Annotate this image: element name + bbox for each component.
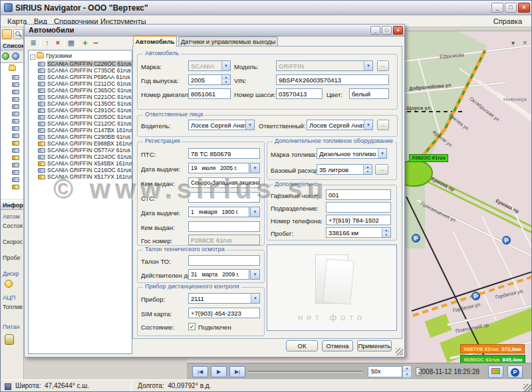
sts-issuer-field[interactable] <box>188 221 260 232</box>
menu-help[interactable]: Справка <box>491 17 525 26</box>
valid-until-picker[interactable]: 31 марта 2009 г. <box>188 269 249 280</box>
tree-item[interactable]: SCANIA GRIFFIN О577АУ 61rus <box>38 147 130 153</box>
tree-item[interactable]: SCANIA GRIFFIN Е988ВХ 161rus <box>38 140 132 147</box>
vehicle-plate-label[interactable]: Х982ОС 61rus <box>409 154 448 162</box>
speed-input[interactable]: 50x <box>368 366 402 377</box>
pts-issuer-field[interactable]: Северо-Западная акцизная т <box>188 177 260 188</box>
sts-field[interactable] <box>188 192 260 203</box>
engine-field[interactable]: 8051061 <box>188 88 231 99</box>
chevron-down-icon[interactable]: ▼ <box>250 269 260 280</box>
prev-icon[interactable]: |◀ <box>192 366 208 377</box>
playback-slider[interactable] <box>248 371 362 373</box>
model-more-button[interactable]: ... <box>377 60 389 71</box>
responsible-combo[interactable]: Лосев Сергей Анатоль▼ <box>307 120 373 130</box>
tree-item[interactable]: SCANIA GRIFFIN С147ВХ 161rus <box>38 127 132 134</box>
pts-field[interactable]: 78 ТС 850679 <box>188 148 260 159</box>
tree-item[interactable]: SCANIA GRIFFIN С135ОС 61rus <box>38 100 132 107</box>
chevron-down-icon[interactable]: ▼ <box>245 120 254 130</box>
vehicles-tree[interactable]: -Грузовики SCANIA GRIFFIN С226ОС 61rus S… <box>28 50 132 354</box>
track-label-green[interactable]: Х650ОС 61rus845,4км <box>460 355 525 363</box>
minimize-icon[interactable]: _ <box>491 3 503 13</box>
list-view-icon[interactable]: ≣ <box>29 39 38 48</box>
stepper-arrows[interactable]: ▲▼ <box>363 165 372 174</box>
parking-icon[interactable]: P <box>412 234 420 243</box>
tree-item[interactable]: SCANIA GRIFFIN С205ОС 61rus <box>38 114 132 120</box>
vin-field[interactable]: 9BSP4X26003570413 <box>276 74 389 85</box>
stepper-arrows[interactable]: ▲▼ <box>221 75 230 84</box>
resize-grip[interactable] <box>523 384 531 392</box>
tree-item[interactable]: SCANIA GRIFFIN С224ОС 61rus <box>38 153 132 160</box>
spin-up-icon[interactable]: ▲ <box>402 366 411 372</box>
tree-item[interactable]: SCANIA GRIFFIN С365ОС 61rus <box>38 87 132 94</box>
tree-item[interactable]: SCANIA GRIFFIN С290ВВ 61rus <box>38 134 130 140</box>
device-combo[interactable]: 2111▼ <box>188 293 260 304</box>
tree-item[interactable]: SCANIA GRIFFIN С291ОС 61rus <box>38 107 132 114</box>
visibility-icon[interactable] <box>12 52 19 60</box>
mileage-stepper[interactable]: 338166 км▲▼ <box>326 227 391 238</box>
connected-checkbox[interactable]: ✓ <box>188 323 196 330</box>
zoom-tool-button[interactable] <box>13 29 23 39</box>
persons-more-button[interactable]: ... <box>377 120 389 130</box>
dialog-resize-grip[interactable] <box>396 348 403 355</box>
pane-collapse-icon[interactable]: ▾ <box>511 39 515 47</box>
tree-item[interactable]: SCANIA GRIFFIN С735ОЕ 61rus <box>38 67 131 74</box>
driver-combo[interactable]: Лосев Сергей Анатоль▼ <box>188 120 255 130</box>
ticket-field[interactable] <box>188 255 260 266</box>
chevron-down-icon[interactable]: ▼ <box>364 120 372 130</box>
tree-root[interactable]: -Грузовики <box>30 52 72 59</box>
tree-item[interactable]: SCANIA GRIFFIN Р595АА 61rus <box>38 74 130 80</box>
tree-item[interactable]: SCANIA GRIFFIN Х517УХ 161rus <box>38 173 132 180</box>
fuel-brand-combo[interactable]: Дизельное топливо▼ <box>317 148 387 159</box>
year-stepper[interactable]: 2005▲▼ <box>188 74 231 85</box>
parking-toggle-button[interactable]: P <box>507 365 523 378</box>
tab-sensors[interactable]: Датчики и управляемые выходы <box>178 37 278 47</box>
tree-item[interactable]: SCANIA GRIFFIN Х545ВХ 161rus <box>38 160 132 167</box>
speed-stepper[interactable]: ▲ ▼ <box>402 366 411 377</box>
parking-icon[interactable]: P <box>502 236 511 245</box>
tree-item[interactable]: SCANIA GRIFFIN С216ОС 61rus <box>38 167 132 173</box>
sts-date-picker[interactable]: 1 января 1900 г. <box>188 207 249 217</box>
apply-button[interactable]: Применить <box>357 340 392 351</box>
pan-tool-button[interactable] <box>2 29 12 39</box>
pts-date-picker[interactable]: 19 июля 2005 г. <box>188 163 249 173</box>
delete-icon[interactable]: × <box>53 39 63 48</box>
track-label-orange[interactable]: Х687УВ 61rus372,8км <box>460 344 525 353</box>
ok-button[interactable]: ОК <box>286 340 318 351</box>
tree-item[interactable]: SCANIA GRIFFIN С221ОС 61rus <box>38 94 132 100</box>
close-icon[interactable]: × <box>393 26 403 35</box>
play-icon[interactable]: ▶ <box>211 366 227 377</box>
tree-item[interactable]: SCANIA GRIFFIN С211ОС 61rus <box>38 80 131 87</box>
color-field[interactable]: белый <box>349 88 389 99</box>
tree-item[interactable]: SCANIA GRIFFIN С226ОС 61rus <box>38 60 132 67</box>
maximize-icon[interactable]: □ <box>382 26 392 35</box>
phone-field[interactable]: +7(919) 784-1502 <box>326 215 391 225</box>
tree-item[interactable]: SCANIA GRIFFIN С212ОС 61rus <box>38 120 132 127</box>
tab-vehicle[interactable]: Автомобиль <box>133 35 177 47</box>
close-icon[interactable]: × <box>518 3 530 13</box>
pane-close-icon[interactable]: × <box>523 39 527 47</box>
collapse-icon[interactable]: - <box>30 54 35 60</box>
fuel-more-button[interactable]: ... <box>375 164 388 175</box>
maximize-icon[interactable]: □ <box>505 3 517 13</box>
dialog-titlebar[interactable]: Автомобили _ □ × <box>25 25 404 37</box>
next-icon[interactable]: ▶| <box>229 366 245 377</box>
import-icon[interactable]: ↑ <box>43 39 52 48</box>
chassis-field[interactable]: 03570413 <box>276 88 323 99</box>
cancel-button[interactable]: Отмена <box>322 340 353 351</box>
minimize-icon[interactable]: _ <box>370 26 380 35</box>
remove-icon[interactable]: − <box>91 39 100 48</box>
division-field[interactable] <box>326 202 391 213</box>
add-icon[interactable]: + <box>80 39 90 48</box>
garage-field[interactable]: 001 <box>326 189 391 200</box>
chevron-down-icon[interactable]: ▼ <box>250 163 260 173</box>
save-icon[interactable]: ▦ <box>66 39 76 48</box>
parking-icon[interactable]: P <box>471 292 480 300</box>
fuel-rate-stepper[interactable]: 35 литров▲▼ <box>317 164 372 175</box>
stepper-arrows[interactable]: ▲▼ <box>382 228 390 237</box>
globe-icon[interactable] <box>2 52 9 60</box>
spin-down-icon[interactable]: ▼ <box>402 372 411 378</box>
chevron-down-icon[interactable]: ▼ <box>251 294 259 303</box>
track-report-button[interactable] <box>488 365 503 378</box>
chevron-down-icon[interactable]: ▼ <box>378 149 386 158</box>
sim-field[interactable]: +7(903) 454-2323 <box>188 308 260 318</box>
